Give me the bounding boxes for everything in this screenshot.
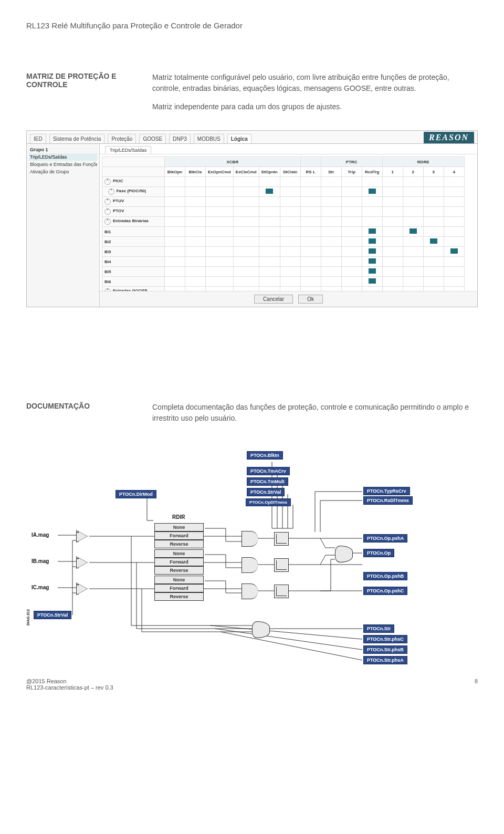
matrix-cell[interactable] [165,237,185,247]
matrix-cell[interactable] [233,227,259,237]
matrix-row[interactable]: ˅PTOV [102,207,165,217]
matrix-cell[interactable] [280,187,300,197]
matrix-cell[interactable] [362,177,382,187]
matrix-cell[interactable] [185,237,206,247]
matrix-cell[interactable] [423,247,444,257]
matrix-cell[interactable] [341,187,362,197]
matrix-cell[interactable] [362,287,382,291]
expand-icon[interactable]: ˄ [104,218,111,225]
matrix-cell[interactable] [382,187,403,197]
matrix-cell[interactable] [259,217,280,227]
matrix-cell[interactable] [206,217,234,227]
matrix-cell[interactable] [423,277,444,287]
matrix-cell[interactable] [341,177,362,187]
matrix-row[interactable]: ˅Entradas GOOSE [102,287,165,291]
matrix-cell[interactable] [341,207,362,217]
matrix-cell[interactable] [165,217,185,227]
matrix-cell[interactable] [444,177,464,187]
matrix-cell[interactable] [444,257,464,267]
matrix-row[interactable]: ˄Entradas Binárias [102,217,165,227]
matrix-cell[interactable] [206,257,234,267]
matrix-cell[interactable] [185,287,206,291]
matrix-cell[interactable] [280,257,300,267]
sidebar-item-2[interactable]: Ativação de Grupo [29,168,97,175]
matrix-cell[interactable] [233,177,259,187]
matrix-cell[interactable] [300,247,321,257]
matrix-cell[interactable] [300,187,321,197]
matrix-cell[interactable] [233,267,259,277]
matrix-cell[interactable] [280,217,300,227]
matrix-cell[interactable] [403,247,423,257]
tab-lógica[interactable]: Lógica [227,134,251,143]
matrix-row[interactable]: ˅Fase (PIOC/50) [102,187,165,197]
matrix-cell[interactable] [233,217,259,227]
matrix-cell[interactable] [233,287,259,291]
matrix-cell[interactable] [444,247,464,257]
matrix-cell[interactable] [185,217,206,227]
matrix-row[interactable]: ˄PIOC [102,177,165,187]
matrix-cell[interactable] [362,197,382,207]
matrix-row[interactable]: BI4 [102,257,165,267]
matrix-cell[interactable] [280,177,300,187]
matrix-cell[interactable] [444,237,464,247]
matrix-cell[interactable] [185,247,206,257]
matrix-row[interactable]: BI3 [102,247,165,257]
matrix-cell[interactable] [444,287,464,291]
matrix-cell[interactable] [185,257,206,267]
matrix-cell[interactable] [444,227,464,237]
matrix-cell[interactable] [259,197,280,207]
matrix-cell[interactable] [259,267,280,277]
matrix-cell[interactable] [259,187,280,197]
matrix-row[interactable]: BI5 [102,267,165,277]
matrix-cell[interactable] [362,277,382,287]
matrix-cell[interactable] [423,187,444,197]
matrix-cell[interactable] [300,197,321,207]
subtab-trip-leds[interactable]: Trip/LEDs/Saídas [105,146,151,154]
matrix-cell[interactable] [300,277,321,287]
matrix-cell[interactable] [321,267,341,277]
matrix-cell[interactable] [185,227,206,237]
matrix-cell[interactable] [423,177,444,187]
matrix-cell[interactable] [165,197,185,207]
matrix-cell[interactable] [321,207,341,217]
matrix-cell[interactable] [165,227,185,237]
expand-icon[interactable]: ˅ [108,189,114,195]
matrix-cell[interactable] [206,227,234,237]
matrix-cell[interactable] [206,237,234,247]
sidebar-item-1[interactable]: Bloqueio e Entradas das Funções [29,161,97,168]
matrix-cell[interactable] [259,247,280,257]
matrix-cell[interactable] [300,207,321,217]
matrix-cell[interactable] [165,207,185,217]
matrix-cell[interactable] [259,277,280,287]
matrix-cell[interactable] [444,197,464,207]
matrix-cell[interactable] [300,177,321,187]
expand-icon[interactable]: ˅ [104,199,111,205]
matrix-cell[interactable] [382,227,403,237]
matrix-cell[interactable] [185,207,206,217]
matrix-cell[interactable] [321,197,341,207]
matrix-cell[interactable] [403,207,423,217]
matrix-cell[interactable] [403,197,423,207]
matrix-cell[interactable] [259,257,280,267]
matrix-cell[interactable] [423,287,444,291]
matrix-cell[interactable] [341,277,362,287]
matrix-cell[interactable] [341,267,362,277]
matrix-cell[interactable] [233,247,259,257]
matrix-cell[interactable] [341,247,362,257]
matrix-cell[interactable] [382,277,403,287]
sidebar-item-0[interactable]: Trip/LEDs/Saídas [29,153,97,161]
matrix-row[interactable]: ˅PTUV [102,197,165,207]
matrix-cell[interactable] [206,277,234,287]
matrix-cell[interactable] [321,177,341,187]
matrix-cell[interactable] [423,207,444,217]
matrix-cell[interactable] [280,237,300,247]
matrix-cell[interactable] [403,217,423,227]
matrix-cell[interactable] [403,227,423,237]
matrix-cell[interactable] [185,187,206,197]
matrix-cell[interactable] [362,217,382,227]
matrix-cell[interactable] [362,257,382,267]
tab-goose[interactable]: GOOSE [139,134,166,143]
matrix-cell[interactable] [444,277,464,287]
matrix-cell[interactable] [382,267,403,277]
matrix-cell[interactable] [280,247,300,257]
